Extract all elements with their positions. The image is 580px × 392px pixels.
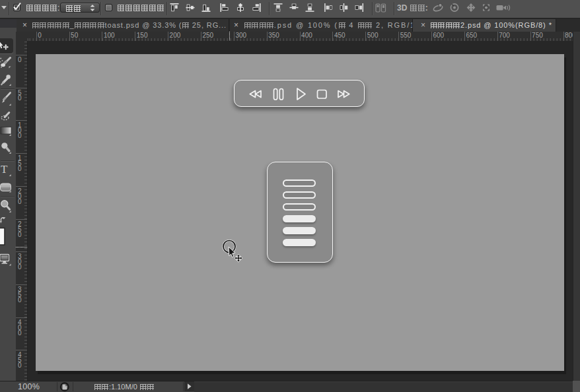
svg-text:T: T bbox=[1, 163, 8, 176]
